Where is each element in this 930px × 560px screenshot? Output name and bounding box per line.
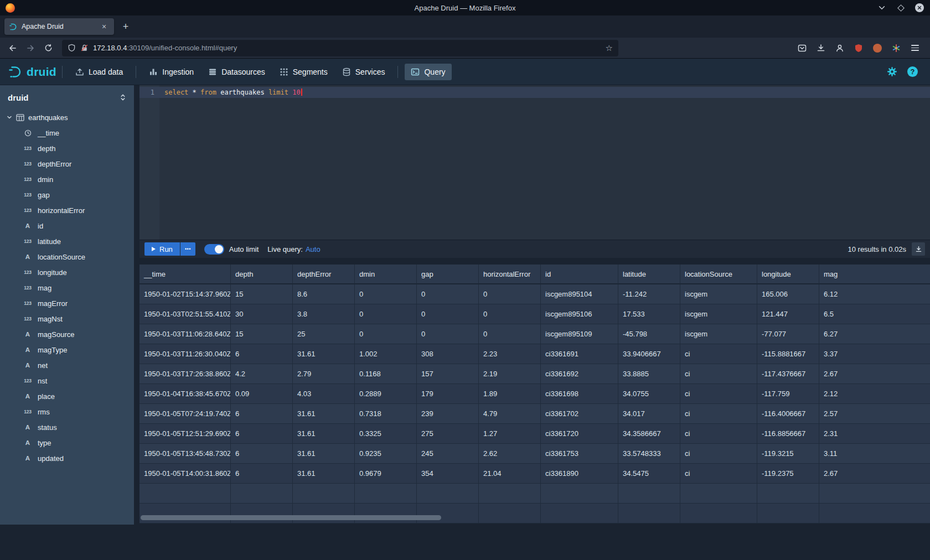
new-tab-button[interactable]: + xyxy=(117,18,134,35)
auto-limit-toggle[interactable] xyxy=(204,244,224,255)
cell-id[interactable]: ci3361692 xyxy=(541,364,618,384)
cell-gap[interactable]: 308 xyxy=(417,344,479,364)
nav-item-query[interactable]: Query xyxy=(405,64,451,80)
nav-item-ingestion[interactable]: Ingestion xyxy=(143,64,200,80)
cell-latitude[interactable]: 17.533 xyxy=(618,304,680,324)
cell-longitude[interactable] xyxy=(757,484,819,504)
druid-logo[interactable]: druid xyxy=(8,65,56,79)
cell-depthError[interactable]: 31.61 xyxy=(293,424,355,444)
cell-mag[interactable]: 3.37 xyxy=(819,344,930,364)
cell-depth[interactable]: 6 xyxy=(231,424,293,444)
cell-gap[interactable]: 239 xyxy=(417,404,479,424)
cell-horizontalError[interactable] xyxy=(479,484,541,504)
cell-horizontalError[interactable]: 21.04 xyxy=(479,464,541,484)
cell-depthError[interactable]: 8.6 xyxy=(293,284,355,304)
cell-gap[interactable]: 0 xyxy=(417,324,479,344)
cell-__time[interactable]: 1950-01-05T12:51:29.690Z xyxy=(140,424,231,444)
cell-latitude[interactable]: 33.9406667 xyxy=(618,344,680,364)
cell-mag[interactable]: 2.31 xyxy=(819,424,930,444)
cell-mag[interactable]: 2.12 xyxy=(819,384,930,404)
cell-id[interactable]: ci3361890 xyxy=(541,464,618,484)
cell-locationSource[interactable] xyxy=(680,484,757,504)
column-header-mag[interactable]: mag xyxy=(819,265,930,284)
sidebar-column-mag[interactable]: 123mag xyxy=(0,280,134,295)
cell-longitude[interactable]: -77.077 xyxy=(757,324,819,344)
cell-depth[interactable]: 15 xyxy=(231,284,293,304)
schema-selector[interactable]: druid xyxy=(0,85,134,110)
cell-__time[interactable]: 1950-01-05T07:24:19.740Z xyxy=(140,404,231,424)
horizontal-scrollbar[interactable] xyxy=(140,515,930,521)
cell-latitude[interactable]: 34.3586667 xyxy=(618,424,680,444)
cell-latitude[interactable]: 34.5475 xyxy=(618,464,680,484)
cell-id[interactable]: ci3361698 xyxy=(541,384,618,404)
cell-dmin[interactable] xyxy=(355,484,417,504)
run-button[interactable]: Run xyxy=(144,242,180,256)
cell-__time[interactable]: 1950-01-03T11:06:28.640Z xyxy=(140,324,231,344)
cell-longitude[interactable]: -116.8856667 xyxy=(757,424,819,444)
cell-locationSource[interactable]: ci xyxy=(680,384,757,404)
cell-dmin[interactable]: 0 xyxy=(355,324,417,344)
cell-depth[interactable]: 6 xyxy=(231,404,293,424)
cell-id[interactable]: ci3361691 xyxy=(541,344,618,364)
cell-locationSource[interactable]: ci xyxy=(680,364,757,384)
sidebar-column-id[interactable]: Aid xyxy=(0,218,134,234)
cell-gap[interactable]: 245 xyxy=(417,444,479,464)
cell-__time[interactable]: 1950-01-05T14:00:31.860Z xyxy=(140,464,231,484)
cell-id[interactable]: iscgem895106 xyxy=(541,304,618,324)
run-more-button[interactable]: ••• xyxy=(180,242,195,256)
column-header-__time[interactable]: __time xyxy=(140,265,231,284)
cell-longitude[interactable]: 121.447 xyxy=(757,304,819,324)
sidebar-column-locationSource[interactable]: AlocationSource xyxy=(0,249,134,265)
cell-gap[interactable]: 0 xyxy=(417,304,479,324)
sidebar-column-type[interactable]: Atype xyxy=(0,435,134,450)
sidebar-table-earthquakes[interactable]: earthquakes xyxy=(0,110,134,125)
column-header-longitude[interactable]: longitude xyxy=(757,265,819,284)
cell-horizontalError[interactable]: 4.79 xyxy=(479,404,541,424)
sidebar-column-magError[interactable]: 123magError xyxy=(0,295,134,311)
sidebar-column-depthError[interactable]: 123depthError xyxy=(0,156,134,172)
cell-id[interactable]: ci3361702 xyxy=(541,404,618,424)
column-header-locationSource[interactable]: locationSource xyxy=(680,265,757,284)
cell-__time[interactable]: 1950-01-04T16:38:45.670Z xyxy=(140,384,231,404)
cell-gap[interactable] xyxy=(417,484,479,504)
cell-id[interactable]: iscgem895104 xyxy=(541,284,618,304)
cell-__time[interactable]: 1950-01-03T02:51:55.410Z xyxy=(140,304,231,324)
cell-depthError[interactable]: 31.61 xyxy=(293,404,355,424)
insecure-lock-icon[interactable] xyxy=(80,44,89,52)
sidebar-column-horizontalError[interactable]: 123horizontalError xyxy=(0,203,134,218)
cell-__time[interactable]: 1950-01-05T13:45:48.730Z xyxy=(140,444,231,464)
cell-gap[interactable]: 354 xyxy=(417,464,479,484)
column-header-latitude[interactable]: latitude xyxy=(618,265,680,284)
cell-id[interactable] xyxy=(541,484,618,504)
cell-locationSource[interactable]: ci xyxy=(680,424,757,444)
column-header-depth[interactable]: depth xyxy=(231,265,293,284)
cell-mag[interactable]: 6.12 xyxy=(819,284,930,304)
editor-code[interactable]: select * from earthquakes limit 10 xyxy=(159,85,930,240)
cell-horizontalError[interactable]: 1.89 xyxy=(479,384,541,404)
cell-id[interactable]: ci3361753 xyxy=(541,444,618,464)
cell-latitude[interactable]: 34.017 xyxy=(618,404,680,424)
downloads-icon[interactable] xyxy=(813,40,829,56)
cell-depth[interactable]: 6 xyxy=(231,344,293,364)
window-close-button[interactable] xyxy=(914,3,924,13)
cell-depth[interactable]: 6 xyxy=(231,444,293,464)
cell-gap[interactable]: 0 xyxy=(417,284,479,304)
cell-latitude[interactable]: -11.242 xyxy=(618,284,680,304)
cell-longitude[interactable]: -117.759 xyxy=(757,384,819,404)
cell-mag[interactable]: 2.67 xyxy=(819,364,930,384)
cell-longitude[interactable]: -119.3215 xyxy=(757,444,819,464)
cell-depth[interactable]: 15 xyxy=(231,324,293,344)
sidebar-column-dmin[interactable]: 123dmin xyxy=(0,172,134,187)
cell-latitude[interactable]: -45.798 xyxy=(618,324,680,344)
sidebar-column-status[interactable]: Astatus xyxy=(0,419,134,435)
cell-depthError[interactable]: 2.79 xyxy=(293,364,355,384)
cell-depth[interactable] xyxy=(231,484,293,504)
cell-id[interactable]: iscgem895109 xyxy=(541,324,618,344)
cell-dmin[interactable]: 0.3325 xyxy=(355,424,417,444)
cell-horizontalError[interactable]: 0 xyxy=(479,324,541,344)
sidebar-column-place[interactable]: Aplace xyxy=(0,388,134,404)
nav-item-datasources[interactable]: Datasources xyxy=(202,64,271,80)
cell-dmin[interactable]: 0.1168 xyxy=(355,364,417,384)
cell-depthError[interactable]: 3.8 xyxy=(293,304,355,324)
ublock-extension-icon[interactable] xyxy=(850,40,867,56)
